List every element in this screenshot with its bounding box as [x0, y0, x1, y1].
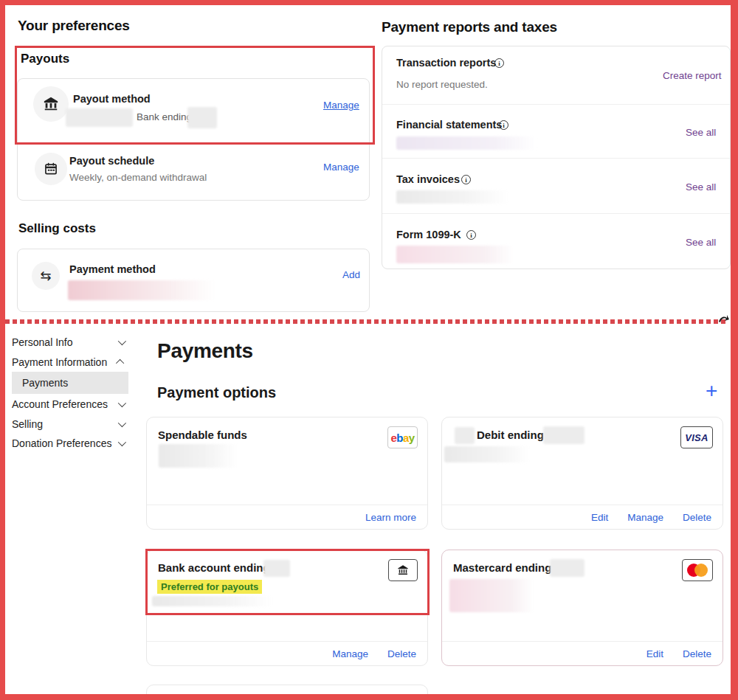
screenshot-stitch-separator	[5, 319, 725, 324]
payment-reports-title: Payment reports and taxes	[382, 19, 557, 35]
redacted-text	[396, 190, 508, 204]
manage-link[interactable]: Manage	[627, 512, 663, 523]
mastercard-card: Mastercard ending in Edit Delete	[441, 550, 723, 666]
redacted-text	[187, 107, 217, 128]
financial-statements-title: Financial statements	[396, 119, 502, 131]
info-icon[interactable]: i	[499, 120, 508, 130]
spendable-funds-card: Spendable funds ebay Learn more	[146, 417, 428, 530]
calendar-icon	[35, 153, 67, 185]
form-1099k-see-all-link[interactable]: See all	[686, 237, 716, 248]
redacted-text	[550, 559, 584, 577]
sidebar-item-payments-selected[interactable]: Payments	[12, 372, 128, 394]
redacted-text	[152, 596, 272, 606]
redacted-text	[68, 280, 215, 300]
selling-costs-section-title: Selling costs	[18, 221, 96, 236]
payout-schedule-subtitle: Weekly, on-demand withdrawal	[69, 172, 207, 183]
sidebar-item-label: Personal Info	[12, 336, 73, 348]
redacted-text	[396, 136, 537, 150]
sidebar-item-label: Payments	[12, 377, 68, 389]
sidebar-item-label: Account Preferences	[12, 398, 108, 410]
create-report-link[interactable]: Create report	[663, 70, 722, 81]
sidebar-item-label: Selling	[12, 418, 43, 430]
transaction-reports-status: No report requested.	[396, 79, 488, 90]
tax-invoices-title: Tax invoices	[396, 173, 460, 185]
redacted-text	[449, 579, 533, 612]
preferred-for-payouts-badge: Preferred for payouts	[157, 580, 262, 594]
cursor-icon	[718, 314, 729, 328]
bank-icon	[33, 86, 69, 122]
chevron-up-icon	[116, 359, 124, 367]
bank-account-card: Bank account ending in Preferred for pay…	[146, 550, 428, 666]
payment-method-title: Payment method	[69, 263, 156, 275]
payout-schedule-title: Payout schedule	[69, 155, 154, 167]
payout-schedule-manage-link[interactable]: Manage	[323, 162, 359, 173]
tax-invoices-row: Tax invoices i See all	[382, 158, 730, 213]
edit-link[interactable]: Edit	[591, 512, 608, 523]
transaction-reports-row: Transaction reports i No report requeste…	[382, 46, 730, 104]
debit-card: Debit ending in VISA Edit Manage Delete	[441, 417, 723, 530]
payment-reports-card: Transaction reports i No report requeste…	[382, 46, 731, 269]
manage-link[interactable]: Manage	[332, 648, 368, 659]
ebay-logo: ebay	[387, 426, 418, 448]
delete-link[interactable]: Delete	[683, 512, 711, 523]
sidebar-item-account-preferences[interactable]: Account Preferences	[12, 396, 128, 412]
redacted-text	[66, 108, 133, 127]
next-card-peek	[146, 685, 428, 700]
payment-options-title: Payment options	[157, 384, 276, 401]
sidebar-item-payment-information[interactable]: Payment Information	[12, 354, 128, 370]
chevron-down-icon	[118, 419, 126, 427]
visa-logo: VISA	[680, 426, 713, 448]
delete-link[interactable]: Delete	[387, 648, 416, 659]
your-preferences-title: Your preferences	[18, 18, 130, 34]
payout-method-title: Payout method	[73, 93, 151, 105]
sidebar-item-selling[interactable]: Selling	[12, 416, 128, 432]
chevron-down-icon	[118, 399, 126, 407]
redacted-text	[159, 444, 238, 468]
transaction-reports-title: Transaction reports	[396, 57, 496, 69]
add-payment-option-button[interactable]: +	[706, 381, 717, 401]
payment-method-add-link[interactable]: Add	[342, 269, 360, 280]
info-icon[interactable]: i	[466, 230, 476, 240]
info-icon[interactable]: i	[461, 175, 471, 184]
form-1099k-title: Form 1099-K	[396, 229, 461, 240]
payments-page-title: Payments	[157, 339, 253, 363]
chevron-down-icon	[118, 438, 126, 446]
redacted-text	[263, 560, 290, 577]
spendable-funds-title: Spendable funds	[158, 429, 247, 441]
swap-arrows-icon: ⇆	[32, 262, 60, 290]
payouts-card: Payout method Bank ending ir Manage Payo…	[17, 78, 370, 201]
sidebar-item-label: Donation Preferences	[12, 437, 111, 449]
financial-statements-row: Financial statements i See all	[382, 104, 730, 158]
financial-statements-see-all-link[interactable]: See all	[686, 127, 716, 138]
redacted-text	[444, 446, 530, 462]
sidebar-item-personal-info[interactable]: Personal Info	[12, 334, 128, 350]
mastercard-title: Mastercard ending in	[453, 561, 565, 574]
chevron-down-icon	[118, 337, 126, 345]
bank-icon	[388, 559, 418, 581]
redacted-text	[543, 426, 584, 444]
mastercard-logo	[682, 559, 713, 581]
selling-costs-card: ⇆ Payment method Add	[17, 249, 370, 312]
tax-invoices-see-all-link[interactable]: See all	[686, 181, 716, 193]
payouts-section-title: Payouts	[21, 52, 69, 66]
sidebar-item-label: Payment Information	[12, 356, 107, 368]
form-1099k-row: Form 1099-K i See all	[382, 213, 730, 270]
payout-method-manage-link[interactable]: Manage	[323, 100, 359, 111]
info-icon[interactable]: i	[494, 58, 504, 68]
sidebar-item-donation-preferences[interactable]: Donation Preferences	[12, 435, 128, 451]
redacted-text	[396, 246, 514, 263]
edit-link[interactable]: Edit	[646, 648, 663, 659]
delete-link[interactable]: Delete	[683, 648, 711, 659]
redacted-text	[455, 427, 475, 444]
learn-more-link[interactable]: Learn more	[365, 512, 416, 523]
